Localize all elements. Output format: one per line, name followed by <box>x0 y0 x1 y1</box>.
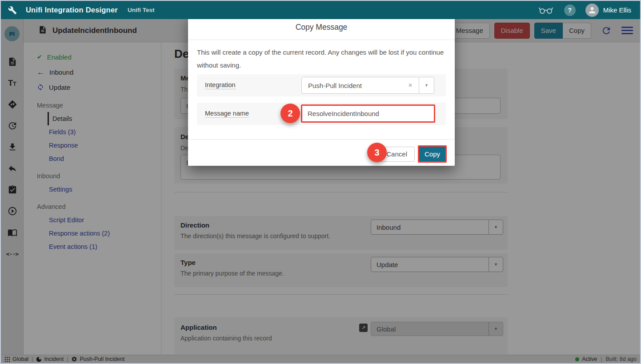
integration-select[interactable]: Push-Pull Incident ✕ ▼ <box>301 77 434 94</box>
modal-copy-button[interactable]: Copy <box>418 145 447 163</box>
message-name-modal-input[interactable] <box>301 104 435 123</box>
modal-footer-divider <box>188 139 455 140</box>
annotation-step-3: 3 <box>367 143 387 162</box>
integration-row: Integration Push-Pull Incident ✕ ▼ <box>197 74 446 96</box>
chevron-down-icon[interactable]: ▼ <box>419 77 434 93</box>
clear-icon[interactable]: ✕ <box>406 80 414 90</box>
user-name: Mike Ellis <box>603 6 631 14</box>
user-menu[interactable]: Mike Ellis <box>585 4 631 17</box>
app-window: Unifi Integration Designer Unifi Test ? … <box>0 0 641 364</box>
integration-field-label: Integration <box>205 81 236 89</box>
wrench-icon <box>8 6 17 15</box>
message-name-row: Message name <box>197 103 446 125</box>
preview-glasses-icon[interactable] <box>538 6 554 14</box>
message-name-field-label: Message name <box>205 110 249 118</box>
help-icon[interactable]: ? <box>564 4 576 16</box>
app-title: Unifi Integration Designer <box>26 6 118 14</box>
workspace-label: Unifi Test <box>128 7 155 13</box>
annotation-step-2: 2 <box>280 104 300 123</box>
copy-message-modal: Copy Message This will create a copy of … <box>188 15 455 166</box>
top-header: Unifi Integration Designer Unifi Test ? … <box>1 1 640 19</box>
user-avatar <box>585 4 599 17</box>
modal-body-text: This will create a copy of the current r… <box>188 40 455 72</box>
integration-select-value: Push-Pull Incident <box>308 82 362 89</box>
